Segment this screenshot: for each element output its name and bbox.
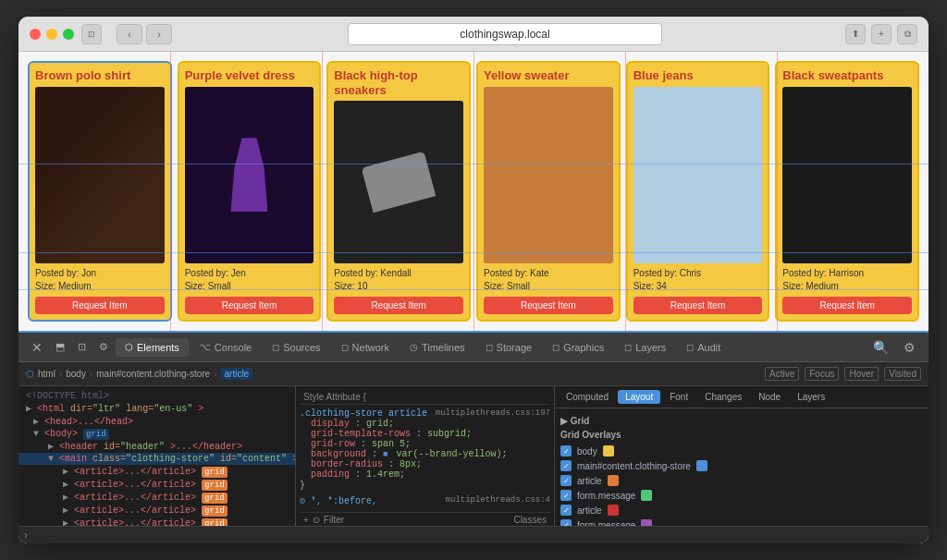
filter-plus[interactable]: +	[303, 515, 309, 525]
html-line-article-2[interactable]: ▶ <article>...</article> grid	[18, 478, 295, 491]
body-triangle[interactable]: ▼	[33, 429, 39, 439]
url-text: clothingswap.local	[460, 28, 549, 41]
request-btn-3[interactable]: Request Item	[484, 297, 613, 314]
html-line-head[interactable]: ▶ <head>...</head>	[18, 415, 295, 428]
active-button[interactable]: Active	[765, 367, 799, 381]
html-triangle[interactable]: ▶	[26, 404, 31, 414]
hover-button[interactable]: Hover	[844, 367, 879, 381]
bc-icon: ⬡	[26, 369, 34, 379]
breadcrumb-article[interactable]: article	[220, 368, 252, 380]
focus-button[interactable]: Focus	[805, 367, 839, 381]
tab-elements[interactable]: ⬡ Elements	[116, 338, 189, 357]
article1-color	[608, 475, 619, 486]
breadcrumb-body[interactable]: body	[66, 369, 86, 379]
tab-audit[interactable]: ◻ Audit	[677, 338, 730, 357]
form2-checkbox[interactable]: ✓	[560, 519, 572, 526]
html-line-article-1[interactable]: ▶ <article>...</article> grid	[18, 465, 295, 478]
tab-timelines[interactable]: ◷ Timelines	[400, 338, 474, 357]
style-prop-display: display : grid;	[300, 419, 550, 429]
classes-label[interactable]: Classes	[513, 515, 547, 525]
clothing-grid: Brown polo shirt Posted by: JonSize: Med…	[28, 61, 919, 322]
form1-checkbox[interactable]: ✓	[560, 490, 572, 501]
share-button[interactable]: ⬆	[845, 24, 866, 44]
html-line-main[interactable]: ▼ <main class="clothing-store" id="conte…	[18, 453, 295, 465]
devtools-settings-button[interactable]: ⚙	[93, 339, 114, 355]
tab-audit-label: Audit	[697, 342, 720, 353]
go-item-main: ✓ main#content.clothing-store	[560, 458, 923, 473]
tab-layers-right[interactable]: Layers	[790, 390, 832, 404]
article1-checkbox[interactable]: ✓	[560, 475, 572, 486]
tab-changes[interactable]: Changes	[697, 390, 749, 404]
a3-triangle[interactable]: ▶	[63, 493, 68, 503]
prop-colon-3: :	[361, 439, 372, 449]
request-btn-0[interactable]: Request Item	[35, 297, 165, 314]
grid-overlays-title: Grid Overlays	[560, 430, 923, 440]
article2-checkbox[interactable]: ✓	[560, 505, 572, 516]
html-line-header[interactable]: ▶ <header id="header" >...</header>	[18, 440, 295, 453]
tab-storage[interactable]: ◻ Storage	[476, 338, 542, 357]
html-line-article-5[interactable]: ▶ <article>...</article> grid	[18, 517, 295, 526]
breadcrumb-sep-2: ›	[90, 369, 92, 379]
traffic-lights	[30, 29, 74, 40]
prop-key-br: border-radius	[311, 459, 383, 469]
html-line-html[interactable]: ▶ <html dir="ltr" lang="en-us" >	[18, 402, 295, 415]
visited-button[interactable]: Visited	[884, 367, 921, 381]
close-button[interactable]	[30, 29, 41, 40]
copy-button[interactable]: ⧉	[897, 24, 917, 44]
tab-graphics[interactable]: ◻ Graphics	[543, 338, 613, 357]
devtools-close-button[interactable]: ✕	[26, 338, 48, 357]
head-triangle[interactable]: ▶	[33, 417, 39, 427]
request-btn-1[interactable]: Request Item	[185, 297, 314, 314]
html-line-body[interactable]: ▼ <body> grid	[18, 428, 295, 440]
main-checkbox[interactable]: ✓	[560, 460, 572, 471]
a2-grid-badge: grid	[202, 480, 228, 491]
tab-sources[interactable]: ◻ Sources	[263, 338, 329, 357]
right-panels: Computed Layout Font Changes Node Layers…	[555, 386, 929, 526]
html-line-article-3[interactable]: ▶ <article>...</article> grid	[18, 491, 295, 504]
a5-tag: <article>...</article>	[74, 518, 196, 526]
selector-text-1: .clothing-store article	[300, 408, 427, 419]
settings-button[interactable]: ⚙	[898, 338, 921, 357]
bg-color-swatch[interactable]: ■	[383, 450, 387, 459]
breadcrumb-html[interactable]: html	[38, 369, 55, 379]
style-file-1[interactable]: multiplethreads.css:197	[436, 408, 550, 418]
body-checkbox[interactable]: ✓	[560, 445, 572, 457]
breadcrumb-main[interactable]: main#content.clothing-store	[96, 369, 210, 379]
main-triangle[interactable]: ▼	[48, 454, 54, 464]
forward-button[interactable]: ›	[146, 24, 172, 44]
minimize-button[interactable]	[46, 29, 57, 40]
back-button[interactable]: ‹	[117, 24, 142, 44]
breadcrumb-sep-1: ›	[59, 369, 62, 379]
window-expand-icon[interactable]: ⊡	[81, 24, 102, 44]
header-triangle[interactable]: ▶	[48, 442, 54, 452]
tab-layers[interactable]: ◻ Layers	[615, 338, 675, 357]
maximize-button[interactable]	[63, 29, 74, 40]
tab-font[interactable]: Font	[662, 390, 695, 404]
search-button[interactable]: 🔍	[867, 338, 894, 357]
request-btn-4[interactable]: Request Item	[633, 297, 763, 314]
tab-node[interactable]: Node	[751, 390, 788, 404]
filter-label[interactable]: Filter	[324, 515, 344, 525]
address-bar[interactable]: clothingswap.local	[348, 23, 662, 45]
devtools-dock-button[interactable]: ⬒	[50, 339, 70, 355]
a4-triangle[interactable]: ▶	[63, 505, 68, 516]
request-btn-5[interactable]: Request Item	[782, 297, 912, 314]
tab-console[interactable]: ⌥ Console	[191, 338, 261, 357]
html-line-doctype[interactable]: <!DOCTYPE html>	[18, 390, 295, 402]
a5-triangle[interactable]: ▶	[63, 518, 68, 526]
devtools-undock-button[interactable]: ⊡	[72, 339, 92, 355]
html-line-article-4[interactable]: ▶ <article>...</article> grid	[18, 504, 295, 517]
new-tab-button[interactable]: +	[871, 24, 892, 44]
tab-computed[interactable]: Computed	[559, 390, 616, 404]
a1-triangle[interactable]: ▶	[63, 467, 68, 477]
a1-grid-badge: grid	[202, 467, 228, 478]
html-panel[interactable]: <!DOCTYPE html> ▶ <html dir="ltr" lang="…	[18, 386, 296, 526]
tab-network[interactable]: ◻ Network	[332, 338, 399, 357]
go-label-main: main#content.clothing-store	[577, 461, 691, 471]
main-attr-class: class=	[92, 454, 126, 464]
style-file-2[interactable]: multiplethreads.css:4	[446, 495, 550, 505]
filter-icon: ⊙	[313, 515, 320, 525]
tab-layout[interactable]: Layout	[618, 390, 660, 404]
a2-triangle[interactable]: ▶	[63, 480, 68, 490]
request-btn-2[interactable]: Request Item	[334, 297, 463, 314]
